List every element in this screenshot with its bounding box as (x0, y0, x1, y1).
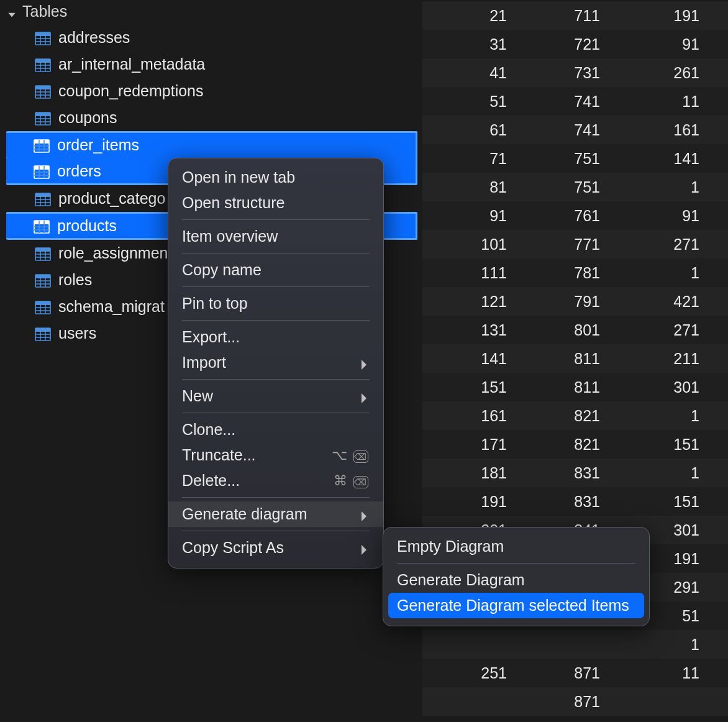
svg-rect-31 (34, 166, 49, 170)
menu-item-label: Open structure (182, 194, 284, 212)
table-icon (34, 219, 50, 233)
cell: 51 (422, 93, 516, 111)
table-row[interactable]: 1117811 (422, 258, 728, 287)
chevron-down-icon (6, 6, 17, 17)
table-row[interactable]: 171821151 (422, 430, 728, 459)
cell: 191 (609, 7, 708, 25)
menu-item-generate-diagram[interactable]: Generate diagram (168, 501, 383, 527)
table-row[interactable]: 101771271 (422, 230, 728, 258)
cell: 831 (516, 493, 609, 511)
context-menu[interactable]: Open in new tabOpen structureItem overvi… (168, 158, 384, 569)
menu-separator (182, 253, 370, 254)
menu-item-import[interactable]: Import (168, 350, 383, 375)
table-item-order-items[interactable]: order_items (6, 131, 417, 159)
svg-rect-61 (35, 301, 50, 305)
cell: 91 (422, 207, 516, 225)
table-row[interactable]: 71751141 (422, 144, 728, 173)
cell: 821 (516, 436, 609, 454)
chevron-right-icon (360, 357, 368, 369)
table-item-coupons[interactable]: coupons (0, 104, 422, 131)
table-icon (35, 327, 51, 340)
menu-item-clone[interactable]: Clone... (168, 417, 383, 442)
menu-item-truncate[interactable]: Truncate...⌥ ⌫ (168, 442, 383, 468)
svg-rect-7 (35, 59, 50, 63)
submenu-item-generate-diagram-selected-items[interactable]: Generate Diagram selected Items (388, 593, 644, 618)
table-row[interactable]: 191831151 (422, 487, 728, 516)
menu-item-label: Empty Diagram (397, 537, 504, 555)
menu-item-label: Truncate... (182, 446, 256, 464)
menu-item-label: Open in new tab (182, 168, 295, 186)
svg-rect-1 (35, 32, 50, 36)
table-icon (35, 247, 51, 260)
cell: 831 (516, 464, 609, 482)
submenu-item-generate-diagram[interactable]: Generate Diagram (383, 567, 649, 593)
table-row[interactable]: 121791421 (422, 287, 728, 316)
menu-item-copy-script-as[interactable]: Copy Script As (168, 535, 383, 560)
cell: 781 (516, 264, 609, 282)
cell: 811 (516, 378, 609, 396)
menu-item-label: Pin to top (182, 295, 248, 313)
cell: 61 (422, 121, 516, 139)
menu-item-label: Import (182, 354, 226, 372)
table-row[interactable]: 131801271 (422, 316, 728, 344)
cell: 11 (609, 93, 708, 111)
table-row[interactable]: 5174111 (422, 87, 728, 116)
table-item-label: schema_migrat (58, 298, 165, 316)
cell: 301 (609, 378, 708, 396)
table-row[interactable]: 61741161 (422, 116, 728, 144)
table-icon (35, 192, 51, 206)
cell: 131 (422, 321, 516, 339)
table-item-ar-internal-metadata[interactable]: ar_internal_metadata (0, 51, 422, 78)
cell: 751 (516, 150, 609, 168)
table-row[interactable]: 25187111 (422, 659, 728, 687)
cell: 161 (422, 407, 516, 425)
menu-separator (182, 379, 370, 380)
cell: 801 (516, 321, 609, 339)
cell: 741 (516, 93, 609, 111)
table-row[interactable]: 817511 (422, 173, 728, 201)
table-row[interactable]: 151811301 (422, 373, 728, 401)
svg-rect-55 (35, 275, 50, 278)
table-row[interactable]: 1618211 (422, 401, 728, 430)
table-row[interactable]: 21711191 (422, 1, 728, 30)
svg-rect-43 (34, 221, 49, 224)
tables-header[interactable]: Tables (0, 0, 422, 24)
shortcut-cmd-del: ⌘ ⌫ (334, 473, 368, 489)
menu-item-new[interactable]: New (168, 383, 383, 409)
table-row[interactable]: 3172191 (422, 30, 728, 58)
table-item-label: product_catego (58, 190, 165, 208)
menu-item-label: Item overview (182, 227, 278, 245)
generate-diagram-submenu[interactable]: Empty DiagramGenerate DiagramGenerate Di… (383, 527, 650, 626)
menu-item-open-structure[interactable]: Open structure (168, 190, 383, 216)
cell: 91 (609, 207, 708, 225)
menu-item-export[interactable]: Export... (168, 324, 383, 350)
cell: 151 (609, 436, 708, 454)
cell: 111 (422, 264, 516, 282)
cell: 11 (609, 664, 708, 682)
table-row[interactable]: 9176191 (422, 201, 728, 230)
table-item-coupon-redemptions[interactable]: coupon_redemptions (0, 78, 422, 104)
table-row[interactable]: 1 (422, 630, 728, 659)
shortcut-opt-del: ⌥ ⌫ (332, 447, 368, 464)
table-item-label: order_items (57, 136, 139, 154)
cell: 741 (516, 121, 609, 139)
table-row[interactable]: 1818311 (422, 459, 728, 487)
cell: 1 (609, 178, 708, 196)
cell: 181 (422, 464, 516, 482)
chevron-right-icon (360, 390, 368, 403)
table-icon (35, 58, 51, 71)
menu-separator (182, 497, 370, 498)
menu-item-item-overview[interactable]: Item overview (168, 224, 383, 249)
menu-item-open-in-new-tab[interactable]: Open in new tab (168, 165, 383, 190)
svg-rect-67 (35, 328, 50, 332)
table-icon (35, 85, 51, 98)
menu-item-copy-name[interactable]: Copy name (168, 257, 383, 283)
submenu-item-empty-diagram[interactable]: Empty Diagram (383, 534, 649, 559)
menu-item-delete[interactable]: Delete...⌘ ⌫ (168, 468, 383, 493)
table-row[interactable]: 141811211 (422, 344, 728, 373)
menu-item-pin-to-top[interactable]: Pin to top (168, 291, 383, 316)
table-row[interactable]: 871 (422, 687, 728, 716)
table-row[interactable]: 41731261 (422, 58, 728, 87)
table-item-addresses[interactable]: addresses (0, 24, 422, 51)
cell: 271 (609, 235, 708, 254)
